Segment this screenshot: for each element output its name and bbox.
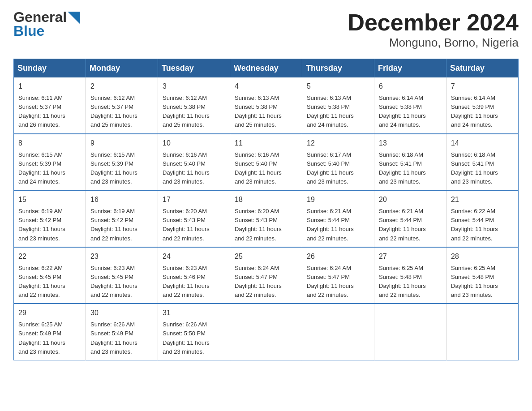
calendar-week-row: 1 Sunrise: 6:11 AM Sunset: 5:37 PM Dayli…: [14, 77, 519, 134]
table-row: 4 Sunrise: 6:13 AM Sunset: 5:38 PM Dayli…: [230, 77, 302, 134]
table-row: 25 Sunrise: 6:24 AM Sunset: 5:47 PM Dayl…: [230, 247, 302, 304]
day-number: 29: [18, 308, 81, 318]
table-row: 5 Sunrise: 6:13 AM Sunset: 5:38 PM Dayli…: [302, 77, 374, 134]
day-info: Sunrise: 6:16 AM Sunset: 5:40 PM Dayligh…: [235, 150, 297, 187]
day-info: Sunrise: 6:23 AM Sunset: 5:46 PM Dayligh…: [163, 264, 225, 300]
day-number: 12: [307, 138, 369, 149]
table-row: 6 Sunrise: 6:14 AM Sunset: 5:38 PM Dayli…: [374, 77, 446, 134]
day-number: 4: [235, 81, 297, 92]
day-info: Sunrise: 6:13 AM Sunset: 5:38 PM Dayligh…: [307, 94, 369, 130]
day-number: 7: [451, 81, 514, 92]
calendar-week-row: 15 Sunrise: 6:19 AM Sunset: 5:42 PM Dayl…: [14, 190, 519, 247]
table-row: [230, 304, 302, 360]
day-number: 8: [18, 138, 81, 149]
table-row: 11 Sunrise: 6:16 AM Sunset: 5:40 PM Dayl…: [230, 134, 302, 191]
calendar-header-row: Sunday Monday Tuesday Wednesday Thursday…: [14, 59, 519, 78]
table-row: 19 Sunrise: 6:21 AM Sunset: 5:44 PM Dayl…: [302, 190, 374, 247]
day-info: Sunrise: 6:19 AM Sunset: 5:42 PM Dayligh…: [90, 207, 153, 243]
table-row: [374, 304, 446, 360]
day-number: 23: [90, 251, 153, 262]
day-number: 19: [307, 194, 369, 205]
day-info: Sunrise: 6:15 AM Sunset: 5:39 PM Dayligh…: [90, 150, 153, 187]
page-subtitle: Monguno, Borno, Nigeria: [348, 36, 519, 50]
day-info: Sunrise: 6:20 AM Sunset: 5:43 PM Dayligh…: [163, 207, 225, 243]
day-info: Sunrise: 6:22 AM Sunset: 5:44 PM Dayligh…: [451, 207, 514, 243]
day-info: Sunrise: 6:23 AM Sunset: 5:45 PM Dayligh…: [90, 264, 153, 300]
day-number: 31: [163, 308, 225, 318]
table-row: 9 Sunrise: 6:15 AM Sunset: 5:39 PM Dayli…: [86, 134, 158, 191]
day-number: 5: [307, 81, 369, 92]
day-info: Sunrise: 6:25 AM Sunset: 5:49 PM Dayligh…: [18, 320, 81, 356]
table-row: 31 Sunrise: 6:26 AM Sunset: 5:50 PM Dayl…: [158, 304, 230, 360]
calendar-week-row: 29 Sunrise: 6:25 AM Sunset: 5:49 PM Dayl…: [14, 304, 519, 360]
day-info: Sunrise: 6:18 AM Sunset: 5:41 PM Dayligh…: [379, 150, 442, 187]
col-wednesday: Wednesday: [230, 59, 302, 78]
table-row: 13 Sunrise: 6:18 AM Sunset: 5:41 PM Dayl…: [374, 134, 446, 191]
table-row: 12 Sunrise: 6:17 AM Sunset: 5:40 PM Dayl…: [302, 134, 374, 191]
calendar-week-row: 22 Sunrise: 6:22 AM Sunset: 5:45 PM Dayl…: [14, 247, 519, 304]
day-info: Sunrise: 6:24 AM Sunset: 5:47 PM Dayligh…: [235, 264, 297, 300]
day-info: Sunrise: 6:20 AM Sunset: 5:43 PM Dayligh…: [235, 207, 297, 243]
col-friday: Friday: [374, 59, 446, 78]
table-row: 28 Sunrise: 6:25 AM Sunset: 5:48 PM Dayl…: [446, 247, 519, 304]
table-row: 27 Sunrise: 6:25 AM Sunset: 5:48 PM Dayl…: [374, 247, 446, 304]
day-info: Sunrise: 6:14 AM Sunset: 5:39 PM Dayligh…: [451, 94, 514, 130]
table-row: 18 Sunrise: 6:20 AM Sunset: 5:43 PM Dayl…: [230, 190, 302, 247]
day-number: 13: [379, 138, 442, 149]
table-row: 14 Sunrise: 6:18 AM Sunset: 5:41 PM Dayl…: [446, 134, 519, 191]
logo-blue-text: Blue: [13, 23, 44, 39]
table-row: 10 Sunrise: 6:16 AM Sunset: 5:40 PM Dayl…: [158, 134, 230, 191]
day-info: Sunrise: 6:12 AM Sunset: 5:37 PM Dayligh…: [90, 94, 153, 130]
day-info: Sunrise: 6:22 AM Sunset: 5:45 PM Dayligh…: [18, 264, 81, 300]
day-number: 3: [163, 81, 225, 92]
calendar-week-row: 8 Sunrise: 6:15 AM Sunset: 5:39 PM Dayli…: [14, 134, 519, 191]
day-number: 16: [90, 194, 153, 205]
day-number: 1: [18, 81, 81, 92]
day-info: Sunrise: 6:26 AM Sunset: 5:49 PM Dayligh…: [90, 320, 153, 356]
day-info: Sunrise: 6:16 AM Sunset: 5:40 PM Dayligh…: [163, 150, 225, 187]
day-info: Sunrise: 6:19 AM Sunset: 5:42 PM Dayligh…: [18, 207, 81, 243]
table-row: 8 Sunrise: 6:15 AM Sunset: 5:39 PM Dayli…: [14, 134, 86, 191]
day-info: Sunrise: 6:26 AM Sunset: 5:50 PM Dayligh…: [163, 320, 225, 356]
day-number: 14: [451, 138, 514, 149]
title-section: December 2024 Monguno, Borno, Nigeria: [348, 9, 519, 50]
logo: General Blue: [13, 9, 80, 39]
col-saturday: Saturday: [446, 59, 519, 78]
col-sunday: Sunday: [14, 59, 86, 78]
table-row: 20 Sunrise: 6:21 AM Sunset: 5:44 PM Dayl…: [374, 190, 446, 247]
table-row: 26 Sunrise: 6:24 AM Sunset: 5:47 PM Dayl…: [302, 247, 374, 304]
day-info: Sunrise: 6:25 AM Sunset: 5:48 PM Dayligh…: [379, 264, 442, 300]
day-number: 24: [163, 251, 225, 262]
day-number: 11: [235, 138, 297, 149]
day-info: Sunrise: 6:12 AM Sunset: 5:38 PM Dayligh…: [163, 94, 225, 130]
table-row: 23 Sunrise: 6:23 AM Sunset: 5:45 PM Dayl…: [86, 247, 158, 304]
calendar-table: Sunday Monday Tuesday Wednesday Thursday…: [13, 59, 519, 360]
day-info: Sunrise: 6:14 AM Sunset: 5:38 PM Dayligh…: [379, 94, 442, 130]
day-info: Sunrise: 6:25 AM Sunset: 5:48 PM Dayligh…: [451, 264, 514, 300]
day-info: Sunrise: 6:18 AM Sunset: 5:41 PM Dayligh…: [451, 150, 514, 187]
col-monday: Monday: [86, 59, 158, 78]
table-row: [446, 304, 519, 360]
col-tuesday: Tuesday: [158, 59, 230, 78]
day-number: 18: [235, 194, 297, 205]
day-info: Sunrise: 6:11 AM Sunset: 5:37 PM Dayligh…: [18, 94, 81, 130]
day-number: 17: [163, 194, 225, 205]
table-row: 3 Sunrise: 6:12 AM Sunset: 5:38 PM Dayli…: [158, 77, 230, 134]
table-row: 30 Sunrise: 6:26 AM Sunset: 5:49 PM Dayl…: [86, 304, 158, 360]
table-row: 22 Sunrise: 6:22 AM Sunset: 5:45 PM Dayl…: [14, 247, 86, 304]
day-number: 10: [163, 138, 225, 149]
day-number: 21: [451, 194, 514, 205]
logo-arrow-icon: [68, 12, 80, 24]
table-row: 17 Sunrise: 6:20 AM Sunset: 5:43 PM Dayl…: [158, 190, 230, 247]
table-row: 21 Sunrise: 6:22 AM Sunset: 5:44 PM Dayl…: [446, 190, 519, 247]
table-row: 1 Sunrise: 6:11 AM Sunset: 5:37 PM Dayli…: [14, 77, 86, 134]
table-row: 15 Sunrise: 6:19 AM Sunset: 5:42 PM Dayl…: [14, 190, 86, 247]
day-number: 27: [379, 251, 442, 262]
day-number: 15: [18, 194, 81, 205]
day-number: 9: [90, 138, 153, 149]
day-info: Sunrise: 6:21 AM Sunset: 5:44 PM Dayligh…: [379, 207, 442, 243]
day-number: 20: [379, 194, 442, 205]
day-number: 22: [18, 251, 81, 262]
day-info: Sunrise: 6:17 AM Sunset: 5:40 PM Dayligh…: [307, 150, 369, 187]
svg-marker-0: [68, 12, 80, 24]
